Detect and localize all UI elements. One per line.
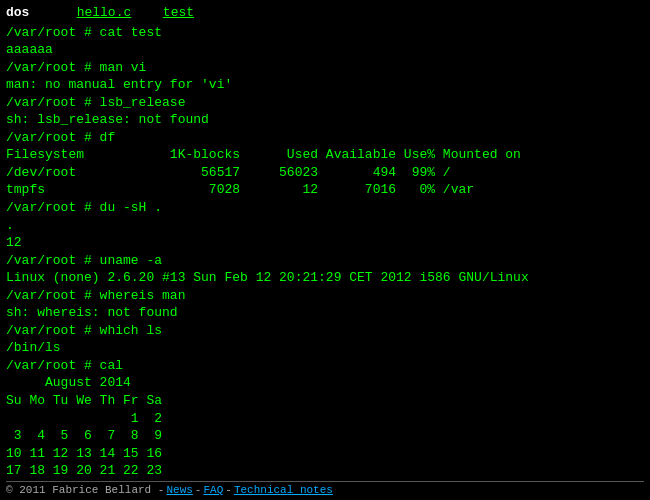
tab-hello-c[interactable]: hello.c	[77, 4, 132, 22]
footer-link-news[interactable]: News	[166, 484, 192, 496]
terminal-output-line: 17 18 19 20 21 22 23	[6, 462, 644, 480]
footer-link-faq[interactable]: FAQ	[203, 484, 223, 496]
terminal-output-line: .	[6, 217, 644, 235]
terminal-output-line: sh: whereis: not found	[6, 304, 644, 322]
terminal-output-line: August 2014	[6, 374, 644, 392]
terminal-output-line: Filesystem 1K-blocks Used Available Use%…	[6, 146, 644, 164]
footer-separator-2: -	[225, 484, 232, 496]
footer-separator-1: -	[195, 484, 202, 496]
terminal-output-line: 12	[6, 234, 644, 252]
tab-bar[interactable]: dos hello.c test	[6, 4, 644, 22]
terminal-output-line: sh: lsb_release: not found	[6, 111, 644, 129]
terminal-output-line: 3 4 5 6 7 8 9	[6, 427, 644, 445]
tab-test[interactable]: test	[163, 4, 194, 22]
terminal-output-line: man: no manual entry for 'vi'	[6, 76, 644, 94]
terminal-window: dos hello.c test /var/root # cat testaaa…	[0, 0, 650, 500]
terminal-prompt-line: /var/root # man vi	[6, 59, 644, 77]
terminal-prompt-line: /var/root # cat test	[6, 24, 644, 42]
terminal-output-line: tmpfs 7028 12 7016 0% /var	[6, 181, 644, 199]
terminal-content: dos hello.c test /var/root # cat testaaa…	[6, 4, 644, 481]
terminal-prompt-line: /var/root # df	[6, 129, 644, 147]
terminal-lines: /var/root # cat testaaaaaa/var/root # ma…	[6, 24, 644, 481]
terminal-output-line: /bin/ls	[6, 339, 644, 357]
tab-dos[interactable]: dos	[6, 4, 29, 22]
footer-link-technical[interactable]: Technical notes	[234, 484, 333, 496]
terminal-prompt-line: /var/root # cal	[6, 357, 644, 375]
terminal-output-line: 10 11 12 13 14 15 16	[6, 445, 644, 463]
terminal-prompt-line: /var/root # du -sH .	[6, 199, 644, 217]
terminal-output-line: Linux (none) 2.6.20 #13 Sun Feb 12 20:21…	[6, 269, 644, 287]
terminal-output-line: /dev/root 56517 56023 494 99% /	[6, 164, 644, 182]
terminal-prompt-line: /var/root # which ls	[6, 322, 644, 340]
terminal-prompt-line: /var/root # uname -a	[6, 252, 644, 270]
footer-copyright: © 2011 Fabrice Bellard -	[6, 484, 164, 496]
terminal-prompt-line: /var/root # whereis man	[6, 287, 644, 305]
terminal-prompt-line: /var/root # lsb_release	[6, 94, 644, 112]
terminal-output-line: Su Mo Tu We Th Fr Sa	[6, 392, 644, 410]
footer: © 2011 Fabrice Bellard - News - FAQ - Te…	[6, 481, 644, 496]
terminal-output-line: 1 2	[6, 410, 644, 428]
terminal-output-line: aaaaaa	[6, 41, 644, 59]
